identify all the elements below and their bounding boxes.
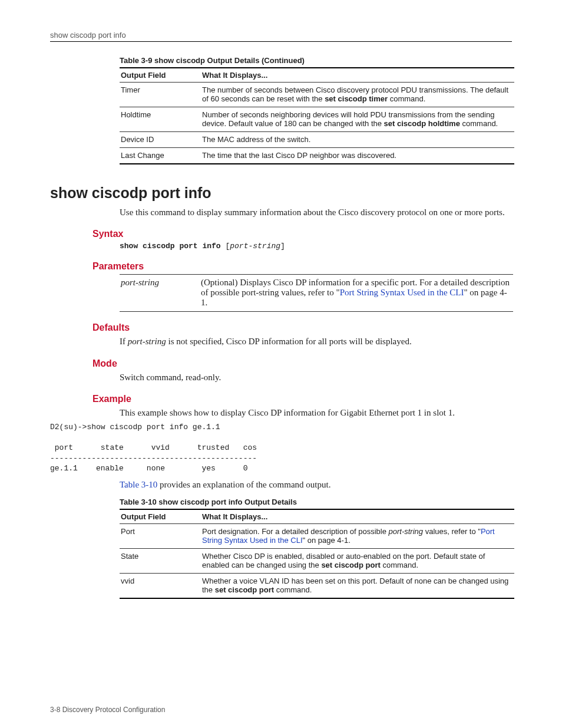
table2-field: State xyxy=(120,548,201,573)
section-mode: Mode xyxy=(92,358,512,369)
table1-caption: Table 3-9 show ciscodp Output Details (C… xyxy=(120,56,512,67)
section-parameters: Parameters xyxy=(92,261,512,272)
section-example: Example xyxy=(92,394,512,404)
table1-field: Timer xyxy=(120,83,201,107)
table2-head-desc: What It Displays... xyxy=(201,509,514,524)
page-footer: 3-8 Discovery Protocol Configuration xyxy=(50,706,165,714)
table-row: vvid Whether a voice VLAN ID has been se… xyxy=(120,573,514,598)
table-row: Timer The number of seconds between Cisc… xyxy=(120,83,514,107)
table1-field: Holdtime xyxy=(120,107,201,132)
table1-desc: The number of seconds between Cisco disc… xyxy=(201,83,514,107)
syntax-keyword: show ciscodp port info xyxy=(120,242,221,251)
table-row: Device ID The MAC address of the switch. xyxy=(120,132,514,148)
table1-head-desc: What It Displays... xyxy=(201,68,514,83)
mode-text: Switch command, read-only. xyxy=(120,371,512,383)
table1-desc: The time that the last Cisco DP neighbor… xyxy=(201,148,514,164)
table1-head-field: Output Field xyxy=(120,68,201,83)
table1-desc: Number of seconds neighboring devices wi… xyxy=(201,107,514,132)
table2-head-field: Output Field xyxy=(120,509,201,524)
syntax-line: show ciscodp port info [port-string] xyxy=(120,242,512,251)
table1: Output Field What It Displays... Timer T… xyxy=(120,67,514,164)
table2: Output Field What It Displays... Port Po… xyxy=(120,509,514,599)
running-header: show ciscodp port info xyxy=(50,31,512,42)
table1-field: Last Change xyxy=(120,148,201,164)
table-row: port-string (Optional) Displays Cisco DP… xyxy=(120,275,513,312)
example-intro: This example shows how to display Cisco … xyxy=(120,407,512,419)
section-syntax: Syntax xyxy=(92,229,512,239)
syntax-variable: port-string xyxy=(230,242,280,251)
parameters-table: port-string (Optional) Displays Cisco DP… xyxy=(120,274,513,312)
table-row: Last Change The time that the last Cisco… xyxy=(120,148,514,164)
table2-field: vvid xyxy=(120,573,201,598)
table2-caption: Table 3-10 show ciscodp port info Output… xyxy=(120,498,512,509)
table-row: Port Port designation. For a detailed de… xyxy=(120,523,514,548)
table1-desc: The MAC address of the switch. xyxy=(201,132,514,148)
table2-desc: Whether a voice VLAN ID has been set on … xyxy=(201,573,514,598)
table2-field: Port xyxy=(120,523,201,548)
example-code-block: D2(su)->show ciscodp port info ge.1.1 po… xyxy=(50,422,512,474)
intro-paragraph: Use this command to display summary info… xyxy=(120,206,512,218)
table-ref-link[interactable]: Table 3-10 xyxy=(120,480,157,489)
command-title: show ciscodp port info xyxy=(50,185,512,202)
table1-field: Device ID xyxy=(120,132,201,148)
table2-desc: Whether Cisco DP is enabled, disabled or… xyxy=(201,548,514,573)
table2-desc: Port designation. For a detailed descrip… xyxy=(201,523,514,548)
table-row: Holdtime Number of seconds neighboring d… xyxy=(120,107,514,132)
table-row: State Whether Cisco DP is enabled, disab… xyxy=(120,548,514,573)
port-string-syntax-link[interactable]: Port String Syntax Used in the CLI xyxy=(340,288,464,297)
param-name: port-string xyxy=(120,275,200,312)
section-defaults: Defaults xyxy=(92,322,512,333)
defaults-text: If port-string is not specified, Cisco D… xyxy=(120,335,512,347)
example-ref: Table 3-10 provides an explanation of th… xyxy=(120,479,512,490)
param-desc: (Optional) Displays Cisco DP information… xyxy=(200,275,513,312)
